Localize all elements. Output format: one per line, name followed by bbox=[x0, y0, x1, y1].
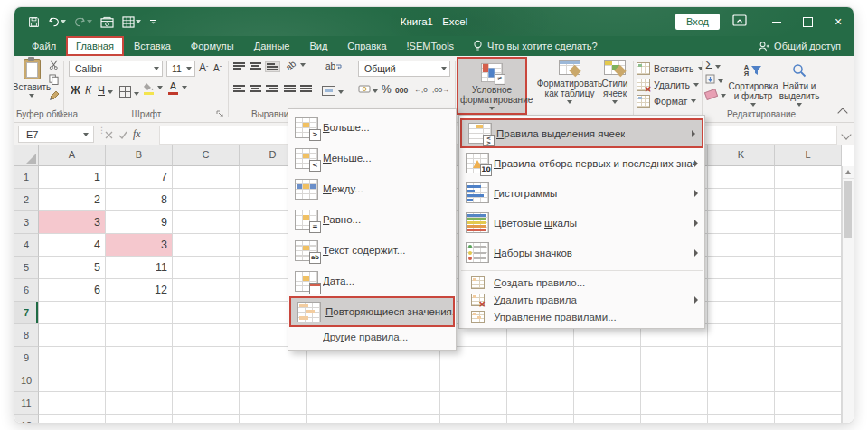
cell-G12[interactable] bbox=[440, 415, 507, 423]
orientation-caret[interactable] bbox=[300, 63, 306, 67]
underline-button[interactable]: Ч bbox=[98, 84, 113, 97]
column-header-C[interactable]: C bbox=[173, 145, 240, 166]
cell-C8[interactable] bbox=[173, 324, 240, 347]
cell-I11[interactable] bbox=[574, 392, 641, 415]
align-top-button[interactable] bbox=[233, 62, 245, 70]
vertical-scrollbar[interactable] bbox=[842, 166, 854, 423]
cell-L9[interactable] bbox=[775, 347, 842, 369]
cell-L6[interactable] bbox=[775, 279, 842, 302]
cell-G11[interactable] bbox=[440, 392, 507, 415]
column-header-A[interactable]: A bbox=[39, 145, 106, 166]
copy-button[interactable] bbox=[49, 74, 59, 87]
cell-A8[interactable] bbox=[39, 324, 106, 347]
cell-H11[interactable] bbox=[507, 392, 574, 415]
align-middle-button[interactable] bbox=[250, 62, 261, 70]
format-painter-button[interactable] bbox=[49, 90, 60, 103]
cell-K4[interactable] bbox=[708, 234, 775, 257]
decrease-indent-button[interactable] bbox=[284, 85, 296, 92]
name-box[interactable]: E7 bbox=[18, 126, 94, 143]
cell-C7[interactable] bbox=[173, 302, 240, 324]
cf-menu-item-3[interactable]: Цветовые шкалы bbox=[459, 208, 704, 238]
row-header-2[interactable]: 2 bbox=[14, 189, 39, 211]
row-header-1[interactable]: 1 bbox=[14, 166, 39, 189]
font-color-button[interactable]: А bbox=[168, 81, 178, 95]
tab-Файл[interactable]: Файл bbox=[22, 36, 66, 56]
hcr-submenu-item-6[interactable]: Повторяющиеся значения... bbox=[289, 296, 455, 327]
cell-H9[interactable] bbox=[507, 347, 574, 369]
italic-button[interactable]: К bbox=[85, 84, 91, 97]
cell-G10[interactable] bbox=[440, 369, 507, 392]
cell-C9[interactable] bbox=[173, 347, 240, 369]
cell-E10[interactable] bbox=[307, 369, 373, 392]
decrease-decimal-button[interactable]: ,00→ bbox=[432, 86, 449, 94]
clear-button[interactable] bbox=[705, 90, 726, 98]
share-button[interactable]: Общий доступ bbox=[758, 41, 841, 52]
tell-me-box[interactable]: Что вы хотите сделать? bbox=[473, 40, 598, 52]
cell-F12[interactable] bbox=[373, 415, 440, 423]
row-header-7[interactable]: 7 bbox=[14, 302, 39, 324]
cf-menu-item-4[interactable]: Наборы значков bbox=[459, 238, 704, 267]
hcr-submenu-item-2[interactable]: Между... bbox=[288, 173, 456, 204]
cell-C6[interactable] bbox=[173, 279, 240, 302]
paste-caret[interactable] bbox=[29, 94, 34, 98]
cell-C5[interactable] bbox=[173, 257, 240, 279]
cell-B9[interactable] bbox=[106, 347, 173, 369]
row-header-5[interactable]: 5 bbox=[14, 257, 39, 279]
sign-in-button[interactable]: Вход bbox=[675, 14, 720, 30]
tab-Справка[interactable]: Справка bbox=[337, 36, 396, 56]
cell-L7[interactable] bbox=[775, 302, 842, 324]
close-button[interactable]: × bbox=[823, 7, 854, 36]
conditional-formatting-button[interactable]: ≠ Условное форматирование bbox=[457, 57, 527, 115]
qat-custom-button-2[interactable] bbox=[119, 14, 144, 30]
row-header-12[interactable]: 12 bbox=[14, 415, 39, 423]
font-dialog-launcher[interactable] bbox=[216, 110, 224, 118]
grow-font-button[interactable]: Аˆ bbox=[199, 61, 208, 74]
cell-J11[interactable] bbox=[641, 392, 708, 415]
undo-button[interactable] bbox=[45, 15, 69, 29]
cut-button[interactable] bbox=[49, 60, 59, 71]
scrollbar-thumb[interactable] bbox=[844, 181, 852, 238]
cell-C11[interactable] bbox=[173, 392, 240, 415]
format-cells-button[interactable]: Формат bbox=[637, 95, 696, 108]
row-header-11[interactable]: 11 bbox=[14, 392, 39, 415]
hcr-submenu-item-5[interactable]: Дата... bbox=[288, 266, 456, 296]
cell-C10[interactable] bbox=[173, 369, 240, 392]
cell-I9[interactable] bbox=[574, 347, 641, 369]
redo-button[interactable] bbox=[71, 15, 95, 29]
borders-button[interactable] bbox=[119, 86, 139, 98]
font-name-select[interactable]: Calibri bbox=[69, 61, 163, 77]
cell-B4[interactable]: 3 bbox=[106, 234, 173, 257]
fill-color-button[interactable] bbox=[143, 82, 155, 95]
cell-A3[interactable]: 3 bbox=[39, 211, 106, 234]
column-header-B[interactable]: B bbox=[106, 145, 173, 166]
cell-A10[interactable] bbox=[39, 369, 106, 392]
cf-menu-item-7[interactable]: ×Удалить правила bbox=[459, 291, 704, 308]
cell-A6[interactable]: 6 bbox=[39, 279, 106, 302]
cell-K6[interactable] bbox=[708, 279, 775, 302]
formula-bar-expand-icon[interactable] bbox=[841, 129, 851, 139]
increase-indent-button[interactable] bbox=[300, 85, 312, 92]
cf-menu-item-0[interactable]: <>Правила выделения ячеек bbox=[460, 118, 703, 148]
sort-filter-button[interactable]: АЯ Сортировка и фильтр bbox=[729, 60, 778, 107]
comma-style-button[interactable]: 000 bbox=[395, 86, 408, 95]
cell-E12[interactable] bbox=[307, 415, 373, 423]
cell-I12[interactable] bbox=[574, 415, 641, 423]
collapse-ribbon-icon[interactable] bbox=[837, 108, 847, 117]
cell-K11[interactable] bbox=[708, 392, 775, 415]
column-header-L[interactable]: L bbox=[775, 145, 842, 166]
cell-styles-button[interactable]: Стили ячеек bbox=[594, 60, 636, 104]
cell-A4[interactable]: 4 bbox=[39, 234, 106, 257]
scroll-up-icon[interactable] bbox=[843, 166, 854, 179]
cell-B3[interactable]: 9 bbox=[106, 211, 173, 234]
cell-B11[interactable] bbox=[106, 392, 173, 415]
align-bottom-button[interactable] bbox=[266, 62, 279, 71]
cell-B12[interactable] bbox=[106, 415, 173, 423]
maximize-button[interactable] bbox=[792, 7, 823, 36]
cell-K8[interactable] bbox=[708, 324, 775, 347]
cell-K9[interactable] bbox=[708, 347, 775, 369]
row-header-4[interactable]: 4 bbox=[14, 234, 39, 257]
qat-custom-2-caret[interactable] bbox=[136, 20, 141, 23]
column-header-K[interactable]: K bbox=[708, 145, 775, 166]
cell-L10[interactable] bbox=[775, 369, 842, 392]
align-left-button[interactable] bbox=[233, 85, 245, 92]
